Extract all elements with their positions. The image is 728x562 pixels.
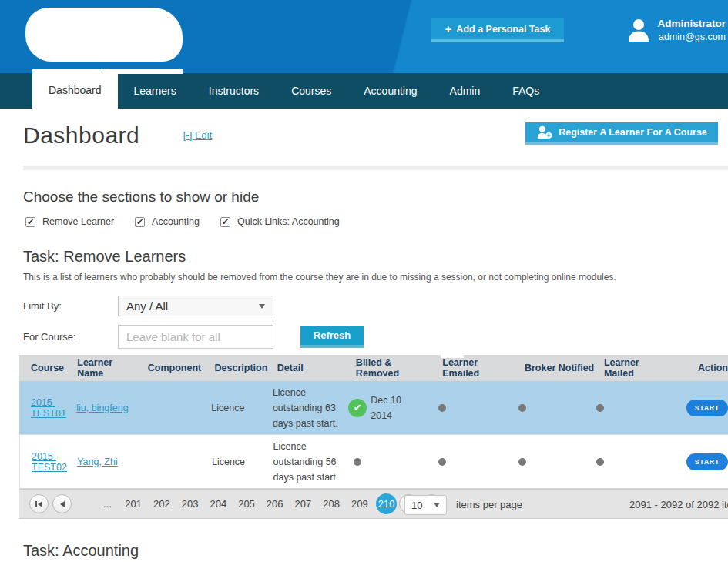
logo-redacted <box>25 8 183 62</box>
col-broker-notified: Broker Notified <box>525 363 604 373</box>
table-row[interactable]: 2015-TEST01 liu, bingfeng Licence Licenc… <box>19 381 728 435</box>
tab-dashboard[interactable]: Dashboard <box>32 69 118 109</box>
col-course: Course <box>31 363 77 373</box>
limit-by-value: Any / All <box>126 299 259 313</box>
chevron-down-icon <box>434 503 440 507</box>
broker-notified-cell <box>515 404 593 412</box>
course-link[interactable]: 2015-TEST01 <box>31 397 66 419</box>
col-detail: Detail <box>277 360 356 376</box>
edit-link[interactable]: [-] Edit <box>183 129 213 141</box>
refresh-button[interactable]: Refresh <box>300 326 364 348</box>
plus-icon: + <box>445 22 452 35</box>
checkbox-label: Accounting <box>152 216 200 227</box>
page-size-value: 10 <box>411 500 434 511</box>
checkbox-remove-learner[interactable]: Remove Learner <box>25 216 114 227</box>
register-learner-button[interactable]: Register A Learner For A Course <box>525 122 718 145</box>
pending-ring-icon[interactable] <box>596 404 604 412</box>
add-personal-task-button[interactable]: + Add a Personal Task <box>431 18 564 42</box>
page-number[interactable]: 209 <box>345 498 374 510</box>
add-task-label: Add a Personal Task <box>456 24 550 35</box>
tab-accounting[interactable]: Accounting <box>347 73 433 109</box>
page-number[interactable]: 206 <box>260 498 289 510</box>
learner-emailed-cell <box>435 458 516 466</box>
description-cell: Licence <box>211 403 273 413</box>
pager: ... 201 202 203 204 205 206 207 208 209 … <box>19 489 728 519</box>
user-name: Administrator <box>657 17 726 31</box>
checkbox-checked-icon <box>135 217 145 227</box>
table-row[interactable]: 2015-TEST02 Yang, Zhi Licence Licence ou… <box>19 435 728 489</box>
table-header-row: Course Learner Name Component Descriptio… <box>19 355 728 381</box>
pending-ring-icon[interactable] <box>438 404 446 412</box>
col-action: Action <box>679 363 728 373</box>
broker-notified-cell <box>515 458 593 466</box>
prev-page-button[interactable] <box>52 494 72 513</box>
course-cell: 2015-TEST02 <box>32 451 77 473</box>
pending-ring-icon[interactable] <box>518 458 526 466</box>
for-course-row: For Course: Refresh <box>23 325 728 349</box>
first-page-button[interactable] <box>29 494 49 513</box>
col-component: Component <box>148 363 215 373</box>
page-number[interactable]: 205 <box>233 498 261 510</box>
detail-cell: Licence outstanding 63 days past start. <box>273 385 350 431</box>
user-icon <box>628 18 649 42</box>
user-text: Administrator admin@gs.com <box>657 17 726 44</box>
action-button[interactable]: START <box>686 400 728 416</box>
learner-name-cell: Yang, Zhi <box>77 457 146 467</box>
detail-cell: Licence outstanding 56 days past start. <box>273 439 351 485</box>
title-row: Dashboard [-] Edit Register A Learner Fo… <box>23 122 705 156</box>
checkbox-accounting[interactable]: Accounting <box>135 216 200 227</box>
tab-instructors[interactable]: Instructors <box>193 73 275 109</box>
checkbox-label: Remove Learner <box>42 216 114 227</box>
pending-ring-icon[interactable] <box>354 458 361 466</box>
user-email: admin@gs.com <box>657 31 726 44</box>
remove-learners-table: Course Learner Name Component Descriptio… <box>19 355 728 519</box>
checkbox-quick-links-accounting[interactable]: Quick Links: Accounting <box>220 216 340 227</box>
tab-faqs[interactable]: FAQs <box>496 73 555 109</box>
checkbox-label: Quick Links: Accounting <box>237 216 340 227</box>
pending-ring-icon[interactable] <box>596 458 604 466</box>
checkbox-checked-icon <box>220 217 230 227</box>
action-cell: START <box>667 453 728 470</box>
pending-ring-icon[interactable] <box>438 458 446 466</box>
learner-mailed-cell <box>593 458 666 466</box>
pending-ring-icon[interactable] <box>518 404 526 412</box>
redaction-artifact <box>102 69 183 74</box>
for-course-input[interactable] <box>118 325 273 349</box>
triangle-left-icon <box>38 501 42 507</box>
seek-first-icon <box>35 501 37 507</box>
billed-removed-date: Dec 10 2014 <box>371 393 414 423</box>
pager-range-label: 2091 - 2092 of 2092 items <box>629 499 728 510</box>
pager-ellipsis: ... <box>103 498 112 510</box>
redaction-artifact <box>441 355 464 358</box>
page-number-active[interactable]: 210 <box>376 493 397 514</box>
chevron-down-icon <box>259 304 265 309</box>
checkbox-checked-icon <box>25 217 35 227</box>
remove-learners-heading: Task: Remove Learners <box>23 248 728 266</box>
learner-name-link[interactable]: liu, bingfeng <box>76 403 128 413</box>
learner-name-link[interactable]: Yang, Zhi <box>77 457 118 467</box>
tab-admin[interactable]: Admin <box>434 73 497 109</box>
page-size-dropdown[interactable]: 10 <box>404 495 447 515</box>
action-button[interactable]: START <box>686 453 728 470</box>
app-header: + Add a Personal Task Administrator admi… <box>0 0 728 73</box>
page-number[interactable]: 203 <box>176 498 204 510</box>
remove-learners-description: This is a list of learners who probably … <box>23 272 728 283</box>
page-number[interactable]: 204 <box>204 498 233 510</box>
sections-heading: Choose the sections to show or hide <box>23 189 728 206</box>
tab-courses[interactable]: Courses <box>275 73 347 109</box>
items-per-page-label: items per page <box>456 499 522 510</box>
page-number[interactable]: 201 <box>119 498 148 510</box>
person-plus-icon <box>536 125 552 139</box>
section-divider <box>23 166 728 170</box>
page-number[interactable]: 207 <box>289 498 317 510</box>
page-number[interactable]: 202 <box>148 498 176 510</box>
user-menu[interactable]: Administrator admin@gs.com <box>628 17 726 44</box>
description-cell: Licence <box>212 457 273 467</box>
billed-removed-cell: Dec 10 2014 <box>350 393 434 423</box>
tab-learners[interactable]: Learners <box>118 73 193 109</box>
register-label: Register A Learner For A Course <box>559 127 707 138</box>
page-title: Dashboard <box>23 122 139 149</box>
page-number[interactable]: 208 <box>317 498 346 510</box>
limit-by-dropdown[interactable]: Any / All <box>118 296 273 316</box>
course-link[interactable]: 2015-TEST02 <box>32 451 67 473</box>
